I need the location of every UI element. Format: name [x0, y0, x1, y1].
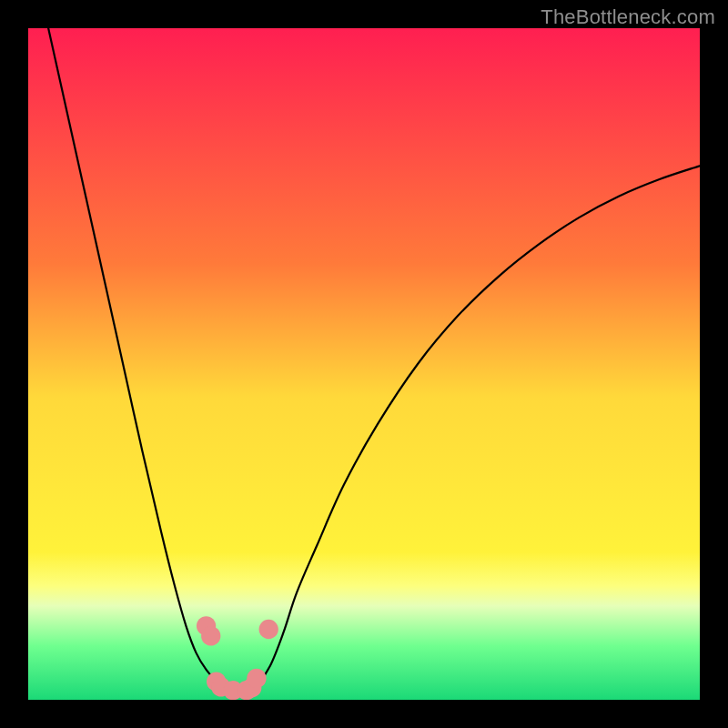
- watermark-text: TheBottleneck.com: [541, 5, 715, 29]
- chart-frame: TheBottleneck.com: [0, 0, 728, 728]
- curve-marker: [247, 669, 266, 688]
- bottleneck-curve-chart: [28, 28, 700, 700]
- plot-area: [28, 28, 700, 700]
- curve-marker: [259, 620, 278, 639]
- gradient-background: [28, 28, 700, 700]
- curve-marker: [201, 626, 220, 645]
